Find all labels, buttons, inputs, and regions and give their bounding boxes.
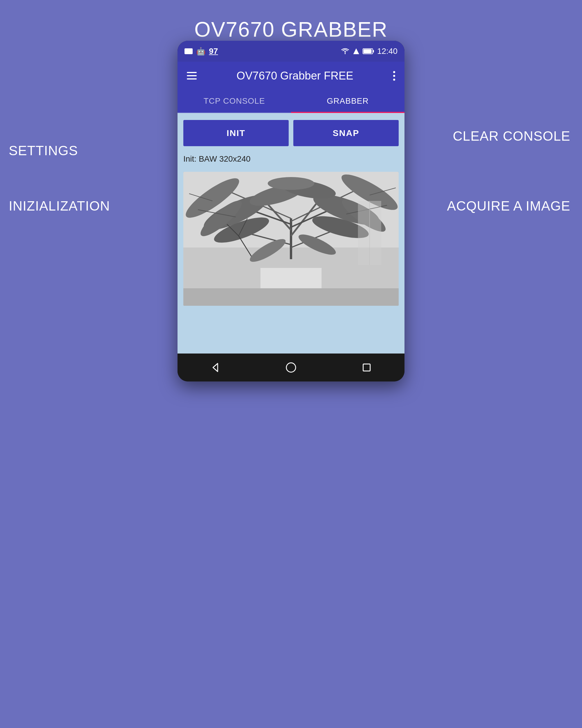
hamburger-icon xyxy=(187,72,197,73)
init-button[interactable]: INIT xyxy=(183,120,289,146)
nav-bar xyxy=(177,354,405,382)
hamburger-icon xyxy=(187,78,197,79)
clear-console-label: CLEAR CONSOLE xyxy=(453,128,570,144)
home-icon xyxy=(285,362,297,373)
status-time: 12:40 xyxy=(377,47,397,56)
battery-icon xyxy=(363,48,374,55)
dot-icon xyxy=(393,75,395,77)
status-bar-left: 🤖 97 xyxy=(185,47,218,56)
plant-image-svg xyxy=(183,172,399,306)
more-options-button[interactable] xyxy=(391,69,397,83)
android-icon: 🤖 xyxy=(196,47,205,56)
wifi-icon xyxy=(340,48,350,55)
dot-icon xyxy=(393,71,395,73)
svg-rect-9 xyxy=(257,259,325,268)
menu-button[interactable] xyxy=(185,70,199,82)
tab-tcp-console[interactable]: TCP CONSOLE xyxy=(177,90,291,112)
svg-point-29 xyxy=(268,177,314,190)
svg-rect-41 xyxy=(183,288,399,306)
tab-bar: TCP CONSOLE GRABBER xyxy=(177,90,405,113)
buttons-area: INIT SNAP xyxy=(177,113,405,151)
initialization-label: INIZIALIZATION xyxy=(9,198,110,214)
back-button[interactable] xyxy=(206,359,224,376)
recents-icon xyxy=(361,362,372,373)
phone-frame: 🤖 97 12:40 xyxy=(177,41,405,382)
recents-button[interactable] xyxy=(358,359,376,376)
main-content: INIT SNAP Init: BAW 320x240 xyxy=(177,113,405,358)
notification-icon xyxy=(185,48,193,54)
page-title: OV7670 GRABBER xyxy=(0,18,582,41)
app-bar-title: OV7670 Grabber FREE xyxy=(205,70,385,82)
svg-marker-1 xyxy=(353,48,359,54)
home-button[interactable] xyxy=(282,359,300,376)
svg-point-43 xyxy=(286,363,296,372)
back-icon xyxy=(210,362,221,373)
svg-rect-3 xyxy=(373,50,374,52)
captured-image xyxy=(183,172,399,306)
snap-button[interactable]: SNAP xyxy=(293,120,399,146)
svg-rect-44 xyxy=(363,364,370,371)
signal-icon xyxy=(353,48,360,55)
svg-point-0 xyxy=(344,53,346,54)
status-bar-right: 12:40 xyxy=(340,47,397,56)
svg-rect-4 xyxy=(363,49,371,53)
hamburger-icon xyxy=(187,75,197,76)
svg-marker-42 xyxy=(213,363,218,371)
notification-count: 97 xyxy=(209,47,218,56)
app-bar: OV7670 Grabber FREE xyxy=(177,62,405,90)
status-bar: 🤖 97 12:40 xyxy=(177,41,405,62)
settings-label: SETTINGS xyxy=(9,143,78,158)
dot-icon xyxy=(393,79,395,81)
acquire-image-label: ACQUIRE A IMAGE xyxy=(447,198,570,214)
init-status-text: Init: BAW 320x240 xyxy=(177,151,405,170)
tab-grabber[interactable]: GRABBER xyxy=(291,90,405,112)
